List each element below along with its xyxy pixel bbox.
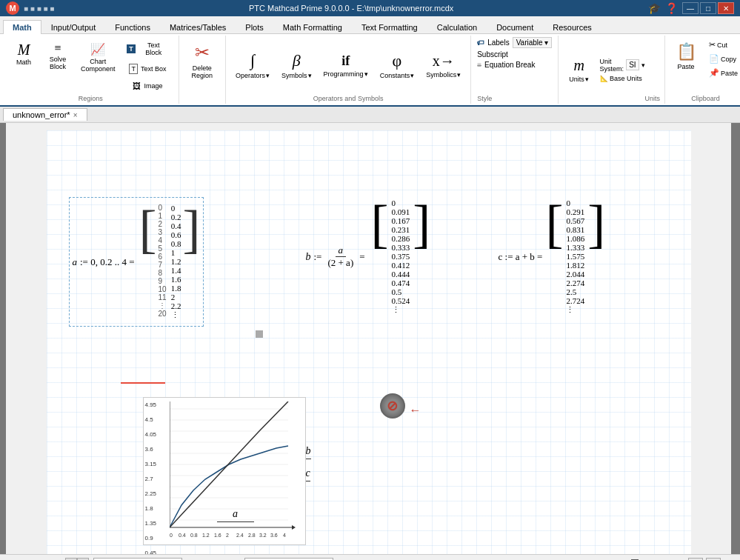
chart-component-button[interactable]: 📈 ChartComponent: [76, 39, 120, 76]
unit-system-label: Unit System:: [600, 58, 624, 73]
ribbon-tabs: Math Input/Output Functions Matrices/Tab…: [0, 16, 740, 34]
chart-label: ChartComponent: [81, 58, 116, 73]
arrow-to-error: ←: [410, 404, 421, 417]
text-block-label: Text Block: [139, 41, 169, 56]
tab-resources[interactable]: Resources: [543, 20, 601, 34]
paste-small-button[interactable]: 📌 Paste: [705, 67, 740, 79]
constants-button[interactable]: φ Constants ▾: [375, 47, 420, 83]
labels-dropdown[interactable]: Variable ▾: [513, 37, 552, 48]
programming-button[interactable]: if Programming ▾: [319, 50, 373, 81]
base-units-button[interactable]: 📐 Base Units: [600, 75, 645, 82]
equation-a-content: a := 0, 0.2 .. 4 = [ 01234567891011⋮20 0…: [73, 202, 201, 321]
operators-group-label: Operators and Symbols: [313, 93, 384, 102]
tab-math[interactable]: Math: [3, 20, 41, 34]
paste-icon: 📋: [676, 42, 696, 61]
solve-block-button[interactable]: ≡ SolveBlock: [41, 39, 74, 74]
operators-buttons: ∫ Operators ▾ β Symbols ▾ if Programming…: [230, 37, 466, 93]
tab-matrices-tables[interactable]: Matrices/Tables: [160, 20, 236, 34]
text-box-icon: T: [129, 64, 138, 74]
delete-label: DeleteRegion: [192, 64, 213, 79]
error-icon: ⊘: [380, 393, 405, 419]
doc-tab-close[interactable]: ×: [73, 111, 78, 119]
chart-icon: 📈: [90, 42, 105, 56]
text-block-button[interactable]: T Text Block: [121, 39, 173, 59]
copy-button[interactable]: 📄 Copy: [705, 53, 740, 65]
tab-calculation[interactable]: Calculation: [427, 20, 487, 34]
chart-label-c-region: c: [306, 467, 310, 481]
operators-label: Operators ▾: [236, 72, 270, 79]
delete-region-button[interactable]: ✂ DeleteRegion: [185, 37, 220, 84]
image-button[interactable]: 🖼 Image: [121, 79, 173, 93]
eq-break-icon: ≡: [477, 61, 481, 69]
paste-small-label: Paste: [721, 70, 738, 77]
titlebar: M ■ ■ ■ ■ ■ PTC Mathcad Prime 9.0.0.0 - …: [0, 0, 740, 16]
eq-break-label: Equation Break: [484, 61, 535, 69]
tab-functions[interactable]: Functions: [105, 20, 160, 34]
unit-system-dropdown[interactable]: SI: [626, 59, 639, 70]
solve-block-label: SolveBlock: [50, 56, 67, 70]
labels-label: Labels: [487, 39, 509, 47]
tab-document[interactable]: Document: [487, 20, 543, 34]
units-button[interactable]: m Units ▾: [563, 37, 596, 102]
regions-group: M Math ≡ SolveBlock 📈 ChartComponent T T…: [3, 36, 179, 104]
doc-tab-unknown-error[interactable]: unknown_error* ×: [3, 108, 87, 121]
find-input[interactable]: [93, 558, 182, 561]
equation-c-region[interactable]: c := a + b = [ 00.2910.5670.8311.0861.33…: [499, 197, 606, 316]
settings-icon[interactable]: ❓: [665, 2, 678, 14]
svg-text:1.6: 1.6: [214, 533, 221, 538]
find-prev-button[interactable]: ◀: [65, 558, 77, 561]
help-icon[interactable]: 🎓: [648, 2, 661, 14]
tab-math-formatting[interactable]: Math Formatting: [273, 20, 352, 34]
equation-a-box: a := 0, 0.2 .. 4 = [ 01234567891011⋮20 0…: [69, 197, 204, 327]
unit-system-row: Unit System: SI ▾: [600, 58, 645, 73]
no-sign-icon: ⊘: [387, 398, 398, 414]
chart-label-b: b: [306, 445, 311, 459]
units-icon: m: [573, 57, 584, 74]
subscript-label: Subscript: [477, 50, 508, 59]
paste-label: Paste: [678, 63, 695, 70]
solve-block-icon: ≡: [54, 42, 61, 54]
cut-button[interactable]: ✂ Cut: [705, 39, 740, 51]
matrix-b-values: 00.0910.1670.2310.2860.3330.3750.4120.44…: [389, 197, 413, 316]
find-next-button[interactable]: ▶: [77, 558, 89, 561]
text-box-label: Text Box: [141, 65, 167, 73]
base-units-label: 📐 Base Units: [600, 75, 642, 82]
resize-handle[interactable]: [256, 330, 263, 338]
zoom-100-button[interactable]: 100: [706, 558, 721, 561]
regions-label: regions: [79, 93, 103, 102]
doc-tab-name: unknown_error*: [13, 110, 70, 119]
symbolics-button[interactable]: x→ Symbolics ▾: [421, 49, 466, 82]
error-line: [121, 382, 165, 384]
minimize-button[interactable]: —: [682, 2, 699, 14]
matrix-c-container: [ 00.2910.5670.8311.0861.3331.5751.8122.…: [545, 197, 605, 316]
close-button[interactable]: ✕: [718, 2, 734, 14]
tab-input-output[interactable]: Input/Output: [41, 20, 106, 34]
svg-text:0.4: 0.4: [179, 533, 186, 538]
replace-input[interactable]: [244, 558, 333, 561]
math-button[interactable]: M Math: [7, 39, 40, 70]
labels-row: 🏷 Labels Variable ▾: [477, 37, 551, 48]
style-label: Style: [477, 93, 551, 102]
equation-a-region[interactable]: a := 0, 0.2 .. 4 = [ 01234567891011⋮20 0…: [69, 197, 204, 327]
matrix-c-bracket-left: [: [545, 197, 563, 316]
paste-small-icon: 📌: [709, 68, 719, 78]
tab-text-formatting[interactable]: Text Formatting: [352, 20, 427, 34]
zoom-fit-button[interactable]: ⊡: [688, 558, 703, 561]
equation-b-region[interactable]: b := a (2 + a) = [ 00.0910.1670.2310.286…: [306, 197, 431, 316]
text-box-button[interactable]: T Text Box: [121, 61, 173, 77]
math-label: Math: [16, 59, 31, 66]
paste-button[interactable]: 📋 Paste: [670, 39, 702, 74]
maximize-button[interactable]: □: [700, 2, 716, 14]
subscript-row: Subscript: [477, 50, 551, 59]
matrix-b-container: [ 00.0910.1670.2310.2860.3330.3750.4120.…: [371, 197, 431, 316]
b-numerator: a: [336, 244, 347, 257]
tab-plots[interactable]: Plots: [236, 20, 273, 34]
unit-system-arrow[interactable]: ▾: [641, 61, 645, 69]
math-icon: M: [18, 42, 30, 57]
symbols-button[interactable]: β Symbols ▾: [276, 47, 317, 83]
eq-a-assign: := 0, 0.2 .. 4 =: [80, 256, 135, 268]
copy-icon: 📄: [709, 54, 719, 64]
operators-button[interactable]: ∫ Operators ▾: [230, 47, 275, 83]
matrix-a-indices: 01234567891011⋮20: [159, 204, 167, 320]
chart-region[interactable]: 4.954.54.053.63.152.72.251.81.350.90.450…: [143, 397, 306, 545]
